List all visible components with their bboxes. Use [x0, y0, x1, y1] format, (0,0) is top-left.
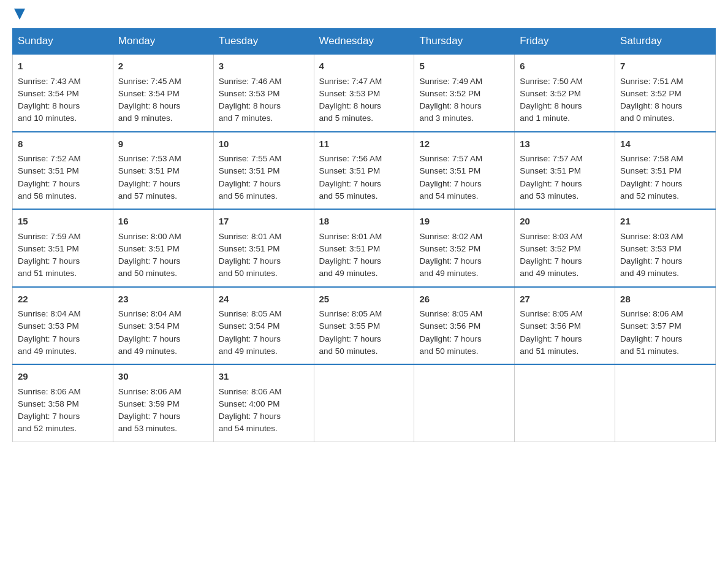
daylight-text-cont: and 50 minutes. [219, 269, 278, 278]
daylight-text: Daylight: 8 hours [319, 101, 381, 110]
daylight-text: Daylight: 7 hours [219, 256, 281, 266]
sunrise-text: Sunrise: 7:46 AM [219, 77, 282, 86]
calendar-day-cell: 11Sunrise: 7:56 AMSunset: 3:51 PMDayligh… [314, 132, 414, 210]
calendar-day-cell: 3Sunrise: 7:46 AMSunset: 3:53 PMDaylight… [213, 54, 314, 132]
daylight-text: Daylight: 7 hours [118, 179, 180, 188]
calendar-day-cell: 16Sunrise: 8:00 AMSunset: 3:51 PMDayligh… [113, 209, 213, 287]
daylight-text-cont: and 53 minutes. [520, 191, 578, 201]
day-number: 1 [18, 59, 108, 74]
daylight-text-cont: and 51 minutes. [620, 347, 679, 356]
daylight-text-cont: and 1 minute. [520, 113, 570, 123]
sunrise-text: Sunrise: 7:56 AM [319, 154, 382, 163]
daylight-text: Daylight: 7 hours [319, 256, 381, 266]
sunrise-text: Sunrise: 8:03 AM [620, 232, 683, 241]
daylight-text-cont: and 0 minutes. [620, 113, 675, 123]
sunset-text: Sunset: 3:54 PM [219, 321, 280, 331]
daylight-text: Daylight: 7 hours [419, 256, 481, 266]
daylight-text-cont: and 10 minutes. [18, 113, 77, 123]
daylight-text: Daylight: 8 hours [118, 101, 180, 110]
day-number: 2 [118, 59, 208, 74]
day-number: 17 [219, 215, 309, 229]
daylight-text-cont: and 9 minutes. [118, 113, 173, 123]
daylight-text: Daylight: 7 hours [18, 334, 80, 343]
calendar-empty-cell [615, 364, 716, 442]
sunrise-text: Sunrise: 7:53 AM [118, 154, 181, 163]
daylight-text: Daylight: 7 hours [520, 256, 582, 266]
daylight-text-cont: and 5 minutes. [319, 113, 374, 123]
day-number: 3 [219, 59, 309, 74]
day-number: 20 [520, 215, 610, 229]
sunset-text: Sunset: 3:51 PM [18, 166, 79, 175]
daylight-text-cont: and 54 minutes. [219, 424, 278, 433]
sunrise-text: Sunrise: 8:04 AM [118, 309, 181, 318]
sunset-text: Sunset: 3:53 PM [18, 321, 79, 331]
daylight-text: Daylight: 7 hours [620, 334, 682, 343]
daylight-text: Daylight: 7 hours [219, 334, 281, 343]
calendar-day-cell: 4Sunrise: 7:47 AMSunset: 3:53 PMDaylight… [314, 54, 414, 132]
sunrise-text: Sunrise: 8:06 AM [118, 387, 181, 396]
day-number: 10 [219, 137, 309, 151]
calendar-day-cell: 31Sunrise: 8:06 AMSunset: 4:00 PMDayligh… [213, 364, 314, 442]
day-number: 26 [419, 293, 509, 307]
sunrise-text: Sunrise: 7:50 AM [520, 77, 583, 86]
sunset-text: Sunset: 3:51 PM [319, 244, 381, 253]
day-number: 29 [18, 370, 108, 384]
sunset-text: Sunset: 3:58 PM [18, 399, 79, 408]
sunrise-text: Sunrise: 7:51 AM [620, 77, 683, 86]
daylight-text: Daylight: 8 hours [219, 101, 281, 110]
daylight-text-cont: and 49 minutes. [620, 269, 679, 278]
sunrise-text: Sunrise: 7:49 AM [419, 77, 482, 86]
daylight-text-cont: and 56 minutes. [219, 191, 278, 201]
day-number: 18 [319, 215, 409, 229]
calendar-day-cell: 28Sunrise: 8:06 AMSunset: 3:57 PMDayligh… [615, 287, 716, 365]
daylight-text-cont: and 51 minutes. [520, 347, 578, 356]
daylight-text: Daylight: 7 hours [118, 334, 180, 343]
day-number: 4 [319, 59, 409, 74]
daylight-text: Daylight: 7 hours [419, 179, 481, 188]
sunset-text: Sunset: 3:51 PM [118, 244, 180, 253]
day-number: 22 [18, 293, 108, 307]
daylight-text-cont: and 52 minutes. [18, 424, 77, 433]
logo [12, 12, 25, 22]
sunset-text: Sunset: 3:52 PM [620, 89, 681, 98]
weekday-header-friday: Friday [515, 29, 615, 55]
calendar-day-cell: 10Sunrise: 7:55 AMSunset: 3:51 PMDayligh… [213, 132, 314, 210]
weekday-header-wednesday: Wednesday [314, 29, 414, 55]
day-number: 9 [118, 137, 208, 151]
calendar-day-cell: 14Sunrise: 7:58 AMSunset: 3:51 PMDayligh… [615, 132, 716, 210]
sunset-text: Sunset: 3:51 PM [118, 166, 180, 175]
daylight-text: Daylight: 7 hours [319, 334, 381, 343]
sunrise-text: Sunrise: 8:04 AM [18, 309, 81, 318]
daylight-text: Daylight: 7 hours [18, 412, 80, 421]
weekday-header-sunday: Sunday [13, 29, 113, 55]
svg-marker-0 [14, 9, 25, 20]
calendar-day-cell: 24Sunrise: 8:05 AMSunset: 3:54 PMDayligh… [213, 287, 314, 365]
calendar-day-cell: 22Sunrise: 8:04 AMSunset: 3:53 PMDayligh… [13, 287, 113, 365]
daylight-text: Daylight: 7 hours [219, 412, 281, 421]
daylight-text-cont: and 50 minutes. [419, 347, 478, 356]
sunset-text: Sunset: 3:54 PM [118, 89, 180, 98]
calendar-day-cell: 8Sunrise: 7:52 AMSunset: 3:51 PMDaylight… [13, 132, 113, 210]
calendar-empty-cell [314, 364, 414, 442]
daylight-text: Daylight: 7 hours [520, 179, 582, 188]
calendar-day-cell: 18Sunrise: 8:01 AMSunset: 3:51 PMDayligh… [314, 209, 414, 287]
weekday-header-tuesday: Tuesday [213, 29, 314, 55]
sunrise-text: Sunrise: 7:58 AM [620, 154, 683, 163]
sunrise-text: Sunrise: 8:01 AM [219, 232, 282, 241]
day-number: 11 [319, 137, 409, 151]
daylight-text: Daylight: 8 hours [18, 101, 80, 110]
daylight-text: Daylight: 8 hours [520, 101, 582, 110]
daylight-text: Daylight: 8 hours [620, 101, 682, 110]
day-number: 31 [219, 370, 309, 384]
daylight-text: Daylight: 7 hours [118, 256, 180, 266]
calendar-day-cell: 12Sunrise: 7:57 AMSunset: 3:51 PMDayligh… [414, 132, 515, 210]
day-number: 14 [620, 137, 710, 151]
logo-triangle-icon [14, 9, 25, 22]
day-number: 23 [118, 293, 208, 307]
day-number: 27 [520, 293, 610, 307]
day-number: 19 [419, 215, 509, 229]
sunrise-text: Sunrise: 8:05 AM [419, 309, 482, 318]
calendar-day-cell: 25Sunrise: 8:05 AMSunset: 3:55 PMDayligh… [314, 287, 414, 365]
day-number: 12 [419, 137, 509, 151]
sunset-text: Sunset: 3:51 PM [219, 166, 280, 175]
